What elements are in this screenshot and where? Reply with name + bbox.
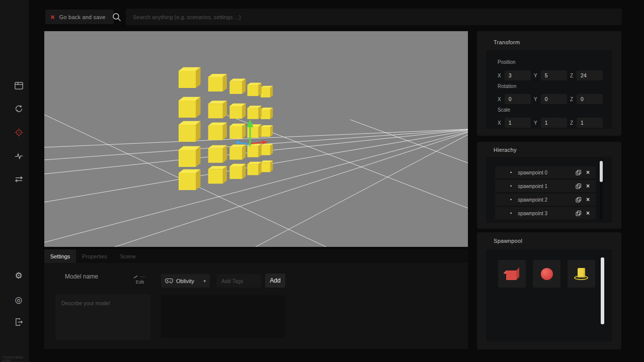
- position-z-field[interactable]: Z 24: [570, 70, 603, 80]
- orbit-icon[interactable]: [13, 103, 24, 114]
- tab-settings[interactable]: Settings: [44, 249, 76, 263]
- settings-gear-icon[interactable]: ⚙: [13, 270, 24, 281]
- hierarchy-scrollbar-thumb[interactable]: [600, 161, 603, 182]
- hierarchy-item-label: spawnpoint 1: [518, 184, 575, 189]
- ellipsis-glyph: ···: [140, 274, 146, 279]
- delete-icon[interactable]: ×: [586, 183, 590, 190]
- spawn-cube-side: [223, 101, 227, 118]
- 3d-scene-canvas[interactable]: [44, 31, 468, 247]
- model-description-textarea[interactable]: [55, 294, 151, 340]
- tune-icon[interactable]: [13, 173, 24, 185]
- hierarchy-list: • spawnpoint 0 × • spawnpoint 1 × • spaw…: [486, 157, 612, 223]
- spawn-cube-side: [223, 166, 227, 184]
- spawn-cube-side: [196, 146, 201, 167]
- gamepad-icon: [165, 278, 173, 284]
- search-icon: [111, 12, 122, 23]
- scale-z-value[interactable]: 1: [577, 118, 603, 128]
- add-tags-input[interactable]: [216, 274, 262, 288]
- spawn-cube: [229, 81, 242, 94]
- spawn-cube: [248, 127, 259, 138]
- bullet-icon: •: [510, 170, 512, 175]
- scale-y-field[interactable]: Y 1: [534, 118, 567, 128]
- hierarchy-row-spawnpoint-3[interactable]: • spawnpoint 3 ×: [495, 207, 596, 219]
- spawn-cube-side: [223, 145, 227, 163]
- close-x-icon: ×: [50, 13, 55, 21]
- spawn-cube: [229, 166, 242, 179]
- tab-properties[interactable]: Properties: [76, 249, 113, 263]
- layout-icon[interactable]: [13, 80, 24, 91]
- scale-z-field[interactable]: Z 1: [570, 118, 603, 128]
- position-x-field[interactable]: X 3: [498, 70, 531, 80]
- duplicate-icon[interactable]: [575, 169, 582, 176]
- axis-y-label: Y: [534, 73, 537, 78]
- spawn-cube: [229, 126, 242, 139]
- delete-icon[interactable]: ×: [586, 169, 590, 176]
- spawn-cube-side: [242, 104, 246, 119]
- transform-fields: Position X 3 Y 5 Z 24 Rotation X 0 Y 0 Z…: [486, 50, 612, 129]
- spawn-cube: [179, 71, 196, 88]
- spawn-cube: [248, 164, 259, 175]
- axis-z-label: Z: [570, 97, 573, 102]
- 3d-viewport[interactable]: [44, 31, 468, 247]
- rotation-x-value[interactable]: 0: [505, 94, 531, 104]
- hierarchy-scrollbar[interactable]: [600, 159, 603, 220]
- position-y-value[interactable]: 5: [541, 70, 567, 80]
- spawn-cube: [261, 162, 270, 172]
- delete-icon[interactable]: ×: [586, 196, 590, 203]
- duplicate-icon[interactable]: [575, 183, 582, 190]
- model-name-label[interactable]: Model name: [65, 273, 98, 280]
- hierarchy-row-spawnpoint-2[interactable]: • spawnpoint 2 ×: [495, 194, 596, 206]
- gear-glyph: ⚙: [15, 272, 22, 280]
- rotation-x-field[interactable]: X 0: [498, 94, 531, 104]
- activity-icon[interactable]: [13, 150, 24, 161]
- spawn-cube-side: [270, 86, 273, 98]
- spawnpool-scrollbar-thumb[interactable]: [601, 257, 604, 324]
- scale-y-value[interactable]: 1: [541, 118, 567, 128]
- delete-icon[interactable]: ×: [586, 210, 590, 217]
- logout-icon[interactable]: [13, 316, 24, 327]
- spawn-cube-side: [259, 124, 262, 138]
- spawn-cube-side: [242, 124, 246, 139]
- spawn-cube-side: [259, 82, 262, 96]
- hierarchy-row-spawnpoint-0[interactable]: • spawnpoint 0 ×: [495, 166, 596, 178]
- tags-list-panel: [161, 295, 285, 338]
- hierarchy-row-spawnpoint-1[interactable]: • spawnpoint 1 ×: [495, 180, 596, 192]
- rotation-y-field[interactable]: Y 0: [534, 94, 567, 104]
- tab-settings-label: Settings: [50, 253, 70, 259]
- duplicate-icon[interactable]: [575, 210, 582, 217]
- axis-y-label: Y: [534, 97, 537, 102]
- edit-button[interactable]: ··· Edit: [130, 275, 150, 285]
- add-tag-button[interactable]: Add: [265, 274, 285, 288]
- rotation-y-value[interactable]: 0: [541, 94, 567, 104]
- spawn-cube-side: [196, 121, 201, 142]
- duplicate-icon[interactable]: [575, 197, 582, 203]
- hierarchy-panel: Hierachy • spawnpoint 0 × • spawnpoint 1…: [477, 142, 621, 229]
- spawn-cube: [261, 127, 270, 137]
- spawn-cube: [208, 148, 223, 163]
- position-x-value[interactable]: 3: [505, 70, 531, 80]
- add-button-label: Add: [270, 277, 280, 284]
- spawn-cube-side: [259, 144, 262, 157]
- spawnpool-item-yellow-pickup[interactable]: [568, 260, 595, 288]
- position-y-field[interactable]: Y 5: [534, 70, 567, 80]
- scale-x-field[interactable]: X 1: [498, 118, 531, 128]
- left-sidebar: ⚙ ◎ Closed Beta v154: [0, 0, 29, 362]
- spawnpool-title: Spawnpool: [494, 238, 522, 244]
- record-icon[interactable]: ◎: [13, 294, 24, 305]
- rotation-z-field[interactable]: Z 0: [570, 94, 603, 104]
- target-icon[interactable]: [13, 127, 24, 138]
- rotation-z-value[interactable]: 0: [577, 94, 603, 104]
- spawnpool-item-red-cube[interactable]: [498, 260, 526, 288]
- spawn-cube-side: [223, 123, 227, 140]
- position-z-value[interactable]: 24: [577, 70, 603, 80]
- go-back-save-button[interactable]: × Go back and save: [45, 10, 114, 24]
- spawn-cube-side: [270, 160, 273, 172]
- spawn-cube: [208, 104, 223, 118]
- tab-scene[interactable]: Scene: [113, 249, 142, 263]
- scale-x-value[interactable]: 1: [505, 118, 531, 128]
- game-select-dropdown[interactable]: Oblivity ▾: [161, 274, 210, 288]
- spawnpool-item-red-sphere[interactable]: [533, 260, 560, 288]
- axis-y-label: Y: [534, 120, 537, 126]
- bullet-icon: •: [510, 211, 512, 216]
- search-input[interactable]: [126, 9, 622, 25]
